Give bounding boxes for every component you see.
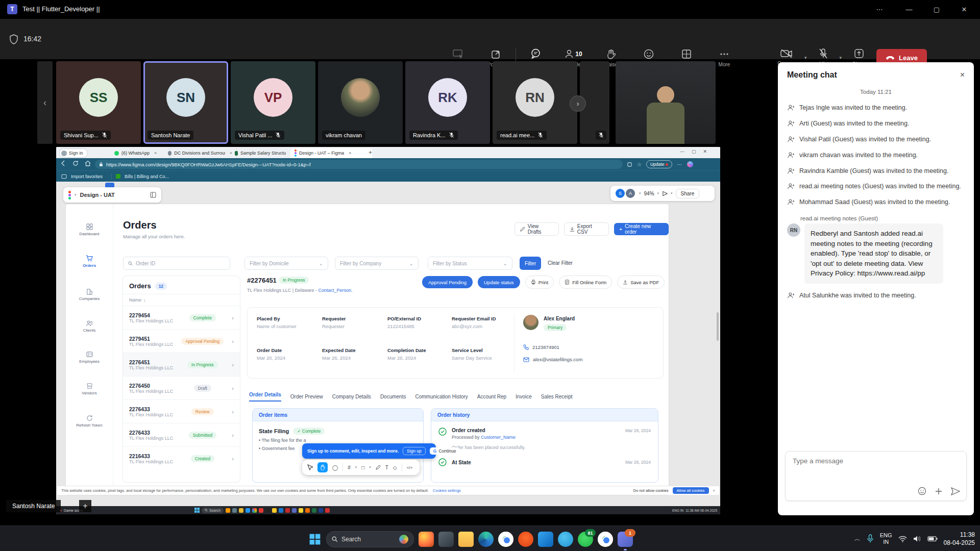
inner-app-icon[interactable] [299, 508, 303, 513]
system-app-icon[interactable] [438, 532, 454, 547]
contact-phone[interactable]: 2123874901 [532, 344, 559, 350]
order-row[interactable]: 2279451TL Flex Holdings LLC Approval Pen… [123, 329, 240, 353]
chevron-down-icon[interactable]: ▾ [657, 191, 659, 195]
browser-minimize-icon[interactable]: — [680, 149, 684, 154]
inner-app-icon[interactable] [312, 508, 316, 513]
collaborator-avatar[interactable]: A [625, 188, 636, 199]
bills-bookmark-link[interactable]: Bills | Billing and Co... [125, 174, 169, 179]
inner-app-icon[interactable] [239, 508, 243, 513]
attach-plus-icon[interactable] [935, 487, 943, 495]
video-tile[interactable] [616, 61, 716, 144]
browser-profile-button[interactable]: Sign in [59, 148, 88, 158]
chat-close-icon[interactable]: × [960, 70, 965, 80]
shield-icon[interactable] [9, 34, 18, 44]
update-button[interactable]: Update [646, 160, 672, 168]
inner-app-icon[interactable] [252, 508, 257, 513]
approval-pending-button[interactable]: Approval Pending [422, 276, 473, 288]
tab-documents[interactable]: Documents [380, 394, 406, 399]
allow-cookies-button[interactable]: Allow all cookies [673, 487, 709, 494]
inner-app-icon[interactable] [325, 508, 330, 513]
cookie-close-icon[interactable]: × [713, 488, 715, 493]
contact-email[interactable]: alex@vstatefilings.com [533, 357, 582, 362]
start-icon[interactable] [194, 508, 200, 513]
tab-account-rep[interactable]: Account Rep [477, 394, 506, 399]
video-tile[interactable]: SS Shivani Sup... [56, 61, 141, 144]
tab-order-details[interactable]: Order Details [249, 392, 281, 402]
sidebar-item-employees[interactable]: Employees [66, 351, 113, 364]
create-new-order-button[interactable]: + Create new order [614, 223, 669, 235]
contact-person-link[interactable]: Contact_Person. [318, 288, 353, 293]
text-tool-icon[interactable]: T [385, 465, 388, 470]
order-row[interactable]: 2276433TL Flex Holdings LLC Submitted› [123, 423, 240, 446]
inner-app-icon[interactable] [305, 508, 310, 513]
chevron-down-icon[interactable]: ▾ [639, 191, 641, 195]
filter-status-select[interactable]: Filter by Status⌄ [428, 257, 512, 270]
browser-menu-icon[interactable]: ⋯ [677, 162, 682, 167]
wifi-icon[interactable] [898, 536, 907, 542]
back-icon[interactable] [60, 160, 66, 166]
refresh-icon[interactable] [72, 160, 79, 166]
video-tile[interactable]: VP Vishal Patil ... [231, 61, 315, 144]
inner-app-icon[interactable] [259, 508, 263, 513]
inner-app-icon[interactable] [318, 508, 323, 513]
strip-scroll-left-button[interactable]: ‹ [37, 61, 53, 144]
chevron-down-icon[interactable]: ▾ [671, 191, 673, 195]
telegram-icon[interactable] [558, 532, 573, 547]
view-drafts-button[interactable]: View Drafts [514, 222, 559, 236]
volume-icon[interactable] [913, 535, 921, 542]
sidebar-item-clients[interactable]: Clients [66, 320, 113, 333]
collaborator-avatar[interactable]: S [615, 188, 626, 199]
window-more-icon[interactable]: ⋯ [868, 0, 891, 19]
window-close-button[interactable]: ✕ [952, 0, 976, 19]
emoji-icon[interactable] [918, 487, 926, 495]
video-tile[interactable]: RN read.ai mee... [493, 61, 577, 144]
file-explorer-icon[interactable] [458, 532, 474, 547]
components-tool-icon[interactable]: ◇ [393, 465, 397, 470]
chrome-profile-icon[interactable] [598, 532, 613, 547]
new-tab-button[interactable]: + [369, 149, 372, 156]
sidebar-item-companies[interactable]: Companies [66, 288, 113, 301]
deny-cookies-button[interactable]: Do not allow cookies [633, 488, 669, 493]
favorites-star-icon[interactable]: ☆ [637, 162, 642, 167]
sidebar-item-dashboard[interactable]: Dashboard [66, 223, 113, 236]
order-id-input[interactable]: Order ID [123, 257, 230, 270]
filter-company-select[interactable]: Filter by Company⌄ [335, 257, 419, 270]
tab-close-icon[interactable]: × [154, 151, 157, 156]
tab-sales-receipt[interactable]: Sales Receipt [541, 394, 573, 399]
comment-tool-icon[interactable]: ◯ [332, 465, 338, 470]
play-icon[interactable] [662, 191, 668, 196]
browser-tab[interactable]: DC Divisions and Surroundings× [164, 148, 237, 158]
extensions-icon[interactable] [627, 162, 632, 167]
teams-icon[interactable]: 1 [618, 532, 633, 547]
export-csv-button[interactable]: Export CSV [564, 222, 609, 236]
order-row-selected[interactable]: 2276451TL Flex Holdings LLC In Progress› [123, 353, 240, 376]
chat-message-bubble[interactable]: Redberyl and Santosh added read.ai meeti… [804, 223, 943, 284]
figma-doc-pill[interactable]: ▾ Design - UAT [63, 187, 161, 203]
sidebar-item-orders[interactable]: Orders [66, 255, 113, 268]
tray-language[interactable]: ENGIN [880, 532, 892, 545]
pen-tool-icon[interactable] [376, 465, 381, 470]
move-tool-icon[interactable] [307, 464, 313, 470]
order-row[interactable]: 2216433TL Flex Holdings LLC Created› [123, 446, 240, 470]
strip-scroll-right-button[interactable]: › [570, 95, 586, 112]
layout-icon[interactable] [150, 192, 156, 198]
home-icon[interactable] [85, 160, 91, 166]
inner-app-icon[interactable] [292, 508, 297, 513]
order-row[interactable]: 2276450TL Flex Holdings LLC Draft› [123, 376, 240, 399]
frame-tool-icon[interactable]: # [348, 465, 351, 470]
mic-options-chevron-icon[interactable]: ▾ [840, 55, 842, 60]
inner-app-icon[interactable] [279, 508, 283, 513]
chrome-icon[interactable] [498, 532, 513, 547]
chevron-down-icon[interactable]: ▾ [75, 193, 77, 197]
tray-chevron-icon[interactable]: ︿ [854, 535, 861, 543]
import-favorites-link[interactable]: Import favorites [71, 174, 103, 179]
inner-search[interactable]: Search [202, 508, 224, 513]
filter-domicile-select[interactable]: Filter by Domicile⌄ [244, 257, 328, 270]
camera-options-chevron-icon[interactable]: ▾ [804, 55, 807, 60]
inner-app-icon[interactable] [285, 508, 290, 513]
sidebar-item-refresh-token[interactable]: Refresh Token [66, 415, 113, 428]
browser-maximize-icon[interactable]: ▢ [692, 149, 696, 154]
window-maximize-button[interactable]: ▢ [925, 0, 948, 19]
copilot-icon[interactable] [687, 161, 693, 167]
canvas-scrollbar[interactable] [717, 312, 719, 341]
